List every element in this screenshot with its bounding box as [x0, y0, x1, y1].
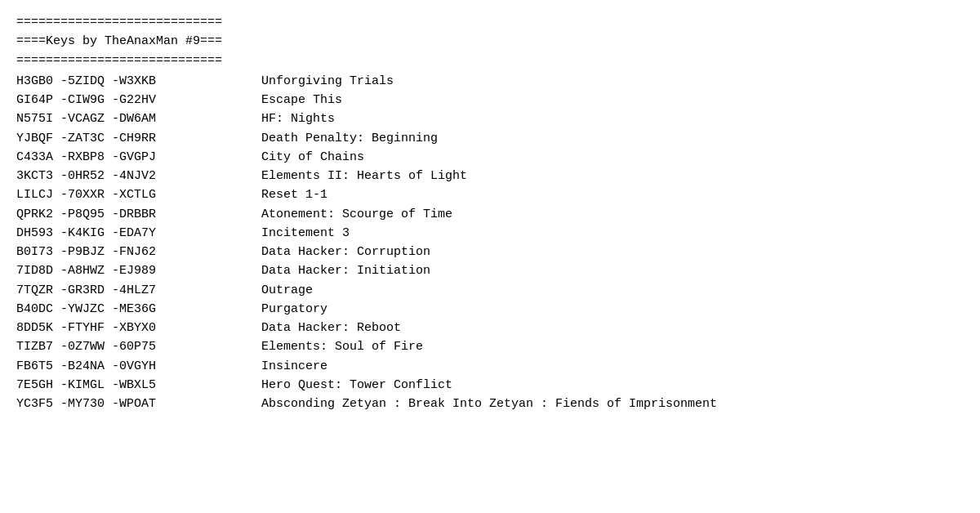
title-cell: Purgatory	[261, 300, 964, 319]
title-cell: Death Penalty: Beginning	[261, 129, 964, 148]
title-cell: Data Hacker: Initiation	[261, 261, 964, 280]
keys-cell: 7ID8D -A8HWZ -EJ989	[16, 261, 261, 280]
title-cell: Outrage	[261, 281, 964, 300]
table-row: B0I73 -P9BJZ -FNJ62 Data Hacker: Corrupt…	[16, 243, 964, 261]
keys-cell: DH593 -K4KIG -EDA7Y	[16, 224, 261, 243]
keys-cell: YC3F5 -MY730 -WPOAT	[16, 395, 261, 413]
table-row: N575I -VCAGZ -DW6AM HF: Nights	[16, 109, 964, 128]
title-cell: Absconding Zetyan : Break Into Zetyan : …	[261, 395, 964, 413]
header-top-divider: ============================	[16, 13, 964, 32]
title-cell: Elements: Soul of Fire	[261, 337, 964, 356]
title-cell: HF: Nights	[261, 109, 964, 128]
keys-cell: LILCJ -70XXR -XCTLG	[16, 185, 261, 204]
title-cell: Escape This	[261, 91, 964, 109]
title-cell: Data Hacker: Reboot	[261, 319, 964, 337]
title-cell: Unforgiving Trials	[261, 72, 964, 91]
title-cell: Elements II: Hearts of Light	[261, 167, 964, 185]
table-row: 7TQZR -GR3RD -4HLZ7 Outrage	[16, 281, 964, 300]
keys-cell: YJBQF -ZAT3C -CH9RR	[16, 129, 261, 148]
table-row: C433A -RXBP8 -GVGPJ City of Chains	[16, 148, 964, 167]
header-bottom-divider: ============================	[16, 51, 964, 70]
title-cell: Hero Quest: Tower Conflict	[261, 376, 964, 395]
keys-cell: C433A -RXBP8 -GVGPJ	[16, 148, 261, 167]
table-row: YJBQF -ZAT3C -CH9RR Death Penalty: Begin…	[16, 129, 964, 148]
table-row: 8DD5K -FTYHF -XBYX0 Data Hacker: Reboot	[16, 319, 964, 337]
entries-list: H3GB0 -5ZIDQ -W3XKB Unforgiving TrialsGI…	[16, 72, 964, 414]
keys-cell: 7TQZR -GR3RD -4HLZ7	[16, 281, 261, 300]
keys-cell: GI64P -CIW9G -G22HV	[16, 91, 261, 109]
table-row: 3KCT3 -0HR52 -4NJV2 Elements II: Hearts …	[16, 167, 964, 185]
title-cell: Insincere	[261, 357, 964, 376]
keys-cell: B40DC -YWJZC -ME36G	[16, 300, 261, 319]
title-cell: City of Chains	[261, 148, 964, 167]
table-row: FB6T5 -B24NA -0VGYH Insincere	[16, 357, 964, 376]
table-row: B40DC -YWJZC -ME36G Purgatory	[16, 300, 964, 319]
table-row: H3GB0 -5ZIDQ -W3XKB Unforgiving Trials	[16, 72, 964, 91]
title-cell: Reset 1-1	[261, 185, 964, 204]
keys-cell: 8DD5K -FTYHF -XBYX0	[16, 319, 261, 337]
keys-cell: QPRK2 -P8Q95 -DRBBR	[16, 205, 261, 224]
keys-cell: 7E5GH -KIMGL -WBXL5	[16, 376, 261, 395]
table-row: TIZB7 -0Z7WW -60P75 Elements: Soul of Fi…	[16, 337, 964, 356]
title-cell: Data Hacker: Corruption	[261, 243, 964, 261]
keys-cell: FB6T5 -B24NA -0VGYH	[16, 357, 261, 376]
keys-cell: TIZB7 -0Z7WW -60P75	[16, 337, 261, 356]
page-container: ============================ ====Keys by…	[16, 13, 964, 413]
title-cell: Incitement 3	[261, 224, 964, 243]
table-row: 7ID8D -A8HWZ -EJ989 Data Hacker: Initiat…	[16, 261, 964, 280]
table-row: LILCJ -70XXR -XCTLG Reset 1-1	[16, 185, 964, 204]
table-row: 7E5GH -KIMGL -WBXL5 Hero Quest: Tower Co…	[16, 376, 964, 395]
table-row: GI64P -CIW9G -G22HV Escape This	[16, 91, 964, 109]
table-row: QPRK2 -P8Q95 -DRBBR Atonement: Scourge o…	[16, 205, 964, 224]
header-title: ====Keys by TheAnaxMan #9===	[16, 32, 964, 51]
keys-cell: N575I -VCAGZ -DW6AM	[16, 109, 261, 128]
keys-cell: 3KCT3 -0HR52 -4NJV2	[16, 167, 261, 185]
table-row: YC3F5 -MY730 -WPOAT Absconding Zetyan : …	[16, 395, 964, 413]
title-cell: Atonement: Scourge of Time	[261, 205, 964, 224]
keys-cell: B0I73 -P9BJZ -FNJ62	[16, 243, 261, 261]
table-row: DH593 -K4KIG -EDA7Y Incitement 3	[16, 224, 964, 243]
keys-cell: H3GB0 -5ZIDQ -W3XKB	[16, 72, 261, 91]
